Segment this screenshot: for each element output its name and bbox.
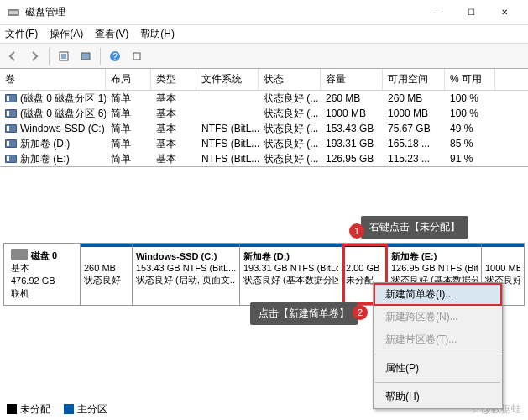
- svg-rect-3: [61, 54, 66, 59]
- tooltip-rightclick: 右键点击【未分配】: [361, 216, 468, 239]
- back-button[interactable]: [3, 47, 22, 66]
- maximize-button[interactable]: ☐: [454, 0, 488, 25]
- list-header: 卷 布局 类型 文件系统 状态 容量 可用空间 % 可用: [0, 69, 528, 91]
- volume-list: 卷 布局 类型 文件系统 状态 容量 可用空间 % 可用 (磁盘 0 磁盘分区 …: [0, 69, 528, 167]
- action-button[interactable]: [76, 47, 95, 66]
- toolbar: ?: [0, 44, 528, 69]
- table-row[interactable]: 新加卷 (D:)简单基本NTFS (BitL...状态良好 (...193.31…: [0, 136, 528, 151]
- menu-view[interactable]: 查看(V): [95, 27, 128, 41]
- table-row[interactable]: Windows-SSD (C:)简单基本NTFS (BitL...状态良好 (.…: [0, 121, 528, 136]
- menu-file[interactable]: 文件(F): [5, 27, 38, 41]
- badge-2: 2: [353, 305, 368, 320]
- table-row[interactable]: (磁盘 0 磁盘分区 1)简单基本状态良好 (...260 MB260 MB10…: [0, 91, 528, 106]
- partition[interactable]: Windows-SSD (C:)153.43 GB NTFS (BitL...状…: [133, 244, 240, 305]
- close-button[interactable]: ✕: [488, 0, 521, 25]
- menu-help[interactable]: 帮助(H): [140, 27, 175, 41]
- window-title: 磁盘管理: [25, 5, 421, 19]
- context-menu: 新建简单卷(I)... 新建跨区卷(N)... 新建带区卷(T)... 属性(P…: [373, 282, 503, 409]
- refresh-button[interactable]: [55, 47, 73, 66]
- app-icon: [7, 6, 20, 19]
- badge-1: 1: [349, 223, 364, 239]
- col-fs[interactable]: 文件系统: [196, 69, 259, 90]
- help-icon[interactable]: ?: [106, 47, 124, 66]
- col-volume[interactable]: 卷: [0, 69, 106, 90]
- col-capacity[interactable]: 容量: [321, 69, 383, 90]
- disk-icon: [11, 249, 28, 260]
- table-row[interactable]: (磁盘 0 磁盘分区 6)简单基本状态良好 (...1000 MB1000 MB…: [0, 106, 528, 121]
- menu-new-striped-volume: 新建带区卷(T)...: [374, 328, 502, 351]
- col-free[interactable]: 可用空间: [383, 69, 445, 90]
- col-layout[interactable]: 布局: [106, 69, 151, 90]
- col-pct[interactable]: % 可用: [445, 69, 495, 90]
- titlebar: 磁盘管理 ― ☐ ✕: [0, 0, 528, 25]
- forward-button[interactable]: [25, 47, 44, 66]
- partition[interactable]: 新加卷 (D:)193.31 GB NTFS (BitLc状态良好 (基本数据分…: [240, 244, 342, 305]
- tooltip-click: 点击【新建简单卷】: [250, 302, 358, 325]
- menu-new-spanned-volume: 新建跨区卷(N)...: [374, 306, 502, 328]
- col-type[interactable]: 类型: [151, 69, 196, 90]
- menu-properties[interactable]: 属性(P): [374, 357, 502, 380]
- table-row[interactable]: 新加卷 (E:)简单基本NTFS (BitL...状态良好 (...126.95…: [0, 151, 528, 166]
- svg-rect-7: [133, 53, 140, 60]
- svg-rect-4: [81, 53, 90, 60]
- minimize-button[interactable]: ―: [421, 0, 454, 25]
- menubar: 文件(F) 操作(A) 查看(V) 帮助(H): [0, 25, 528, 44]
- disk-info: 磁盘 0 基本 476.92 GB 联机: [4, 244, 81, 305]
- menu-help[interactable]: 帮助(H): [374, 386, 502, 408]
- settings-icon[interactable]: [128, 47, 146, 66]
- menu-new-simple-volume[interactable]: 新建简单卷(I)...: [374, 283, 502, 306]
- svg-text:?: ?: [112, 52, 118, 61]
- legend: 未分配 主分区: [7, 402, 107, 417]
- menu-action[interactable]: 操作(A): [50, 27, 83, 41]
- col-status[interactable]: 状态: [259, 69, 321, 90]
- svg-rect-1: [9, 11, 18, 14]
- partition[interactable]: 260 MB状态良好: [81, 244, 133, 305]
